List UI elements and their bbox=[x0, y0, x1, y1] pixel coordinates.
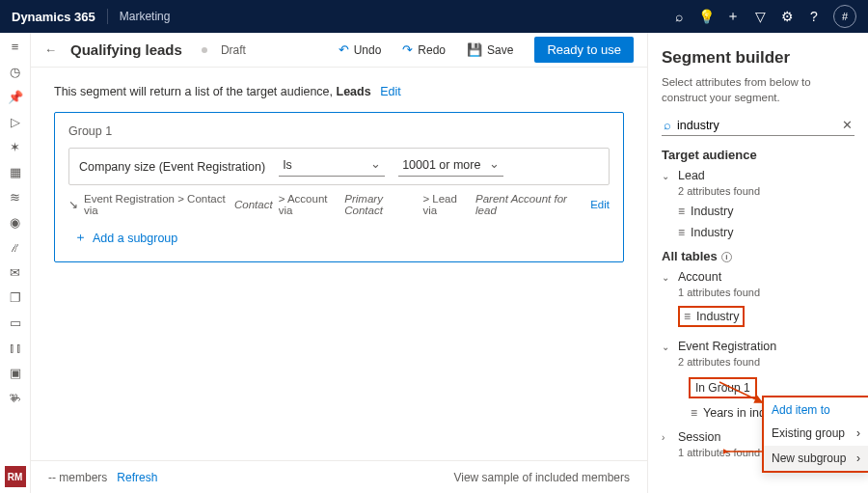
segment-description: This segment will return a list of the t… bbox=[54, 85, 624, 98]
mail-icon[interactable]: ✉ bbox=[8, 264, 23, 280]
add-subgroup-button[interactable]: ＋ Add a subgroup bbox=[74, 230, 177, 246]
hamburger-icon[interactable]: ≡ bbox=[8, 39, 23, 54]
save-button[interactable]: 💾Save bbox=[461, 39, 519, 61]
value-select[interactable]: 10001 or more bbox=[398, 156, 503, 177]
edit-description-link[interactable]: Edit bbox=[380, 85, 401, 98]
section-all-tables: All tablesi bbox=[662, 249, 854, 263]
eventreg-count: 2 attributes found bbox=[678, 356, 854, 368]
info-icon[interactable]: i bbox=[721, 252, 732, 262]
left-nav-rail: ≡ ◷ 📌 ▷ ✶ ▦ ≋ ◉ ⫽ ✉ ❐ ▭ ⫿⫿ ▣ ⅌ RM bbox=[0, 33, 31, 493]
user-badge[interactable]: RM bbox=[5, 466, 26, 487]
segment-builder-panel: Segment builder Select attributes from b… bbox=[648, 33, 868, 493]
flyout-existing-group[interactable]: Existing group› bbox=[764, 421, 868, 446]
ready-to-use-button[interactable]: Ready to use bbox=[534, 37, 634, 63]
chevron-down-icon: ⌄ bbox=[662, 342, 673, 352]
member-count: -- members bbox=[48, 471, 107, 484]
brand: Dynamics 365 bbox=[12, 10, 95, 24]
copy-icon[interactable]: ❐ bbox=[8, 289, 23, 305]
refresh-link[interactable]: Refresh bbox=[117, 471, 157, 484]
segment-canvas: This segment will return a list of the t… bbox=[31, 68, 647, 460]
add-icon[interactable]: ＋ bbox=[719, 8, 746, 25]
operator-select[interactable]: Is bbox=[279, 156, 385, 177]
node-event-registration[interactable]: ⌄Event Registration bbox=[662, 337, 854, 356]
list-icon: ≡ bbox=[678, 226, 685, 239]
builder-hint: Select attributes from below to construc… bbox=[662, 75, 854, 105]
undo-icon: ↶ bbox=[339, 42, 349, 57]
redo-button[interactable]: ↷Redo bbox=[396, 39, 451, 61]
globe-icon[interactable]: ◉ bbox=[8, 214, 23, 230]
global-header: Dynamics 365 Marketing ⌕ 💡 ＋ ▽ ⚙ ? # bbox=[0, 0, 868, 33]
attr-lead-industry-2[interactable]: ≡Industry bbox=[678, 222, 854, 243]
edit-path-link[interactable]: Edit bbox=[590, 199, 610, 210]
divider bbox=[107, 9, 108, 24]
node-account[interactable]: ⌄Account bbox=[662, 267, 854, 287]
clock-icon[interactable]: ◷ bbox=[8, 64, 23, 79]
group-title: Group 1 bbox=[68, 124, 610, 138]
node-lead[interactable]: ⌄Lead bbox=[662, 166, 854, 185]
view-sample-link[interactable]: View sample of included members bbox=[453, 471, 630, 484]
analytics-icon[interactable]: ▦ bbox=[8, 164, 23, 179]
attr-lead-industry-1[interactable]: ≡Industry bbox=[678, 201, 854, 222]
command-bar: ← Qualifying leads Draft ↶Undo ↷Redo 💾Sa… bbox=[31, 33, 647, 68]
condition-row: Company size (Event Registration) Is 100… bbox=[68, 148, 610, 185]
attr-account-industry[interactable]: ≡ Industry bbox=[678, 302, 854, 331]
attr-in-group-1[interactable]: In Group 1 bbox=[689, 377, 757, 398]
main-area: ← Qualifying leads Draft ↶Undo ↷Redo 💾Sa… bbox=[31, 33, 648, 493]
chevron-right-icon: › bbox=[856, 452, 860, 465]
plus-icon: ＋ bbox=[74, 230, 87, 246]
section-target-audience: Target audience bbox=[662, 148, 854, 162]
lead-count: 2 attributes found bbox=[678, 185, 854, 197]
redo-icon: ↷ bbox=[402, 42, 413, 57]
path-icon: ↘ bbox=[68, 198, 78, 211]
segment-icon[interactable]: ▣ bbox=[8, 365, 23, 380]
attribute-name: Company size (Event Registration) bbox=[79, 160, 265, 174]
search-icon: ⌕ bbox=[664, 118, 671, 132]
save-icon: 💾 bbox=[467, 42, 482, 57]
filter-icon[interactable]: ▽ bbox=[746, 9, 773, 24]
library-icon[interactable]: ⫿⫿ bbox=[8, 340, 23, 355]
back-button[interactable]: ← bbox=[44, 42, 57, 57]
undo-button[interactable]: ↶Undo bbox=[333, 39, 388, 61]
builder-title: Segment builder bbox=[662, 48, 854, 68]
footer-bar: -- members Refresh View sample of includ… bbox=[31, 460, 647, 493]
search-input[interactable] bbox=[677, 119, 842, 132]
play-icon[interactable]: ▷ bbox=[8, 114, 23, 129]
chevron-right-icon: › bbox=[662, 432, 673, 443]
clear-search-icon[interactable]: ✕ bbox=[842, 118, 853, 132]
list-icon: ≡ bbox=[684, 310, 691, 323]
form-icon[interactable]: ▭ bbox=[8, 315, 23, 330]
add-item-flyout: Add item to Existing group› New subgroup… bbox=[762, 396, 868, 473]
relationship-path: ↘ Event Registration > Contact via Conta… bbox=[68, 193, 610, 216]
flyout-new-subgroup[interactable]: New subgroup› bbox=[764, 446, 868, 471]
user-avatar[interactable]: # bbox=[833, 5, 856, 28]
list-icon: ≡ bbox=[691, 406, 697, 420]
chevron-down-icon: ⌄ bbox=[662, 272, 673, 283]
account-count: 1 attributes found bbox=[678, 287, 854, 298]
list-icon: ≡ bbox=[678, 205, 685, 218]
settings-icon[interactable]: ⚙ bbox=[773, 9, 800, 24]
attribute-search[interactable]: ⌕ ✕ bbox=[662, 115, 854, 136]
pin-icon[interactable]: 📌 bbox=[8, 89, 23, 104]
help-icon[interactable]: ? bbox=[800, 9, 827, 24]
group-container[interactable]: Group 1 Company size (Event Registration… bbox=[54, 112, 624, 262]
chevron-right-icon: › bbox=[856, 426, 860, 440]
list-icon[interactable]: ≋ bbox=[8, 189, 23, 205]
flyout-header: Add item to bbox=[764, 397, 868, 421]
status-dot bbox=[202, 47, 207, 53]
lightbulb-icon[interactable]: 💡 bbox=[692, 9, 719, 24]
connector-icon[interactable]: ⅌ bbox=[8, 390, 23, 405]
journey-icon[interactable]: ✶ bbox=[8, 139, 23, 154]
chevron-down-icon: ⌄ bbox=[662, 171, 673, 181]
chart-icon[interactable]: ⫽ bbox=[8, 239, 23, 255]
highlighted-attribute: ≡ Industry bbox=[678, 306, 745, 327]
search-icon[interactable]: ⌕ bbox=[665, 9, 692, 24]
module-name[interactable]: Marketing bbox=[120, 10, 171, 23]
status-label: Draft bbox=[221, 43, 246, 57]
page-title: Qualifying leads bbox=[70, 41, 182, 58]
